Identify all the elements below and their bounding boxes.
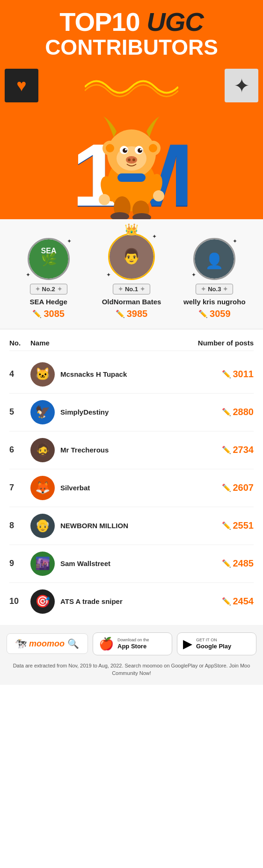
list-row: 5 🦅 SimplyDestiny ✏️ 2880: [9, 394, 254, 431]
star-deco-2-tr: ✦: [67, 238, 72, 244]
row-score-10: ✏️ 2454: [188, 596, 254, 607]
title-top10: TOP10: [59, 7, 139, 36]
svg-text:👤: 👤: [205, 252, 224, 270]
row-name-5: SimplyDestiny: [60, 408, 109, 417]
top3-item-2: 🌿 SEA ✦ ✦ ✦ No.2 ✦ SEA Hedge ✏️ 3085: [9, 238, 88, 319]
googleplay-text: GET IT ON Google Play: [196, 638, 231, 650]
svg-point-3: [106, 144, 114, 152]
avatar-img-1: 👨: [110, 235, 153, 279]
appstore-button[interactable]: 🍎 Download on the App Store: [93, 632, 172, 655]
avatar-wrapper-1: 👑 👨 ✦ ✦: [108, 233, 155, 280]
crown-icon: 👑: [124, 223, 139, 236]
row-info-10: 🎯 ATS A trade sniper: [30, 589, 188, 614]
row-info-9: 🌆 Sam Wallstreet: [30, 552, 188, 576]
googleplay-button[interactable]: ▶ GET IT ON Google Play: [177, 632, 256, 655]
rank-badge-3: ✦ No.3 ✦: [196, 284, 233, 294]
pencil-icon-row-5: ✏️: [222, 408, 231, 416]
row-score-8: ✏️ 2551: [188, 520, 254, 531]
row-info-8: 👴 NEWBORN MILLION: [30, 514, 188, 538]
row-name-7: Silverbat: [60, 483, 90, 493]
top3-item-1: 👑 👨 ✦ ✦ ✦ No.1 ✦ OldNorman Bates ✏️ 3985: [92, 233, 170, 319]
row-avatar-7: 🦊: [30, 476, 55, 500]
star-deco-2-bl: ✦: [26, 272, 30, 278]
svg-point-20: [153, 190, 164, 201]
top3-name-3: welly kris nugroho: [183, 297, 246, 307]
row-avatar-10: 🎯: [30, 589, 55, 614]
list-row: 6 🧔 Mr Trecherous ✏️ 2734: [9, 431, 254, 469]
top3-name-2: SEA Hedge: [30, 297, 67, 307]
google-play-icon: ▶: [183, 637, 192, 651]
banner-section: ♥ ✦ 1M: [0, 65, 263, 219]
list-row: 10 🎯 ATS A trade sniper ✏️ 2454: [9, 583, 254, 620]
contributors-list: 4 🐱 Mcsnacks H Tupack ✏️ 3011 5 🦅 Simply…: [9, 356, 254, 620]
svg-point-14: [128, 158, 131, 161]
pencil-icon-2: ✏️: [32, 309, 42, 318]
row-score-4: ✏️ 3011: [188, 369, 254, 380]
svg-point-5: [149, 144, 157, 152]
list-row: 4 🐱 Mcsnacks H Tupack ✏️ 3011: [9, 356, 254, 394]
star-deco-1-tr: ✦: [152, 233, 157, 240]
svg-text:👨: 👨: [122, 247, 141, 265]
list-row: 8 👴 NEWBORN MILLION ✏️ 2551: [9, 507, 254, 545]
header-section: TOP10 UGC CONTRIBUTORS: [0, 0, 263, 65]
rank-badge-1: ✦ No.1 ✦: [113, 284, 150, 294]
row-avatar-4: 🐱: [30, 362, 55, 387]
header-subtitle: CONTRIBUTORS: [9, 36, 254, 58]
row-rank-8: 8: [9, 521, 30, 531]
wave-svg: [85, 73, 178, 99]
footer-section: 🐄 moomoo 🔍 🍎 Download on the App Store ▶…: [0, 625, 263, 685]
list-row: 7 🦊 Silverbat ✏️ 2607: [9, 469, 254, 507]
top3-section: 🌿 SEA ✦ ✦ ✦ No.2 ✦ SEA Hedge ✏️ 3085 👑: [0, 219, 263, 329]
star-deco-1-bl: ✦: [106, 272, 111, 278]
row-info-4: 🐱 Mcsnacks H Tupack: [30, 362, 188, 387]
svg-point-19: [99, 194, 110, 205]
row-info-6: 🧔 Mr Trecherous: [30, 438, 188, 462]
svg-point-9: [123, 148, 127, 153]
contributors-list-section: No. Name Number of posts 4 🐱 Mcsnacks H …: [0, 329, 263, 625]
sparkle-icon: ✦: [234, 74, 250, 97]
wave-decoration: [38, 72, 225, 100]
pencil-icon-row-6: ✏️: [222, 445, 231, 454]
list-header: No. Name Number of posts: [9, 339, 254, 351]
col-header-name: Name: [30, 339, 188, 347]
svg-point-11: [125, 149, 127, 151]
avatar-wrapper-2: 🌿 SEA ✦ ✦: [28, 238, 70, 280]
title-ugc: UGC: [140, 7, 204, 36]
row-score-6: ✏️ 2734: [188, 445, 254, 455]
row-info-5: 🦅 SimplyDestiny: [30, 400, 188, 424]
row-score-5: ✏️ 2880: [188, 407, 254, 417]
avatar-wrapper-3: 👤 ✦ ✦: [193, 238, 235, 280]
row-info-7: 🦊 Silverbat: [30, 476, 188, 500]
row-name-4: Mcsnacks H Tupack: [60, 370, 127, 379]
col-header-posts: Number of posts: [188, 339, 254, 347]
avatar-img-3: 👤: [195, 239, 234, 279]
row-rank-9: 9: [9, 559, 30, 568]
star-box: ✦: [225, 69, 258, 102]
svg-point-10: [138, 148, 142, 153]
banner-icons-row: ♥ ✦: [0, 65, 263, 102]
row-name-8: NEWBORN MILLION: [60, 521, 128, 531]
svg-point-12: [140, 149, 142, 151]
moomoo-brand-text: moomoo: [29, 639, 65, 649]
row-rank-5: 5: [9, 407, 30, 417]
appstore-text: Download on the App Store: [117, 638, 149, 650]
moomoo-search-icon[interactable]: 🔍: [67, 638, 79, 649]
pencil-icon-row-8: ✏️: [222, 521, 231, 530]
svg-point-15: [132, 158, 135, 161]
header-title: TOP10 UGC: [9, 8, 254, 36]
top3-score-2: ✏️ 3085: [32, 308, 65, 319]
pencil-icon-row-10: ✏️: [222, 597, 231, 606]
googleplay-sub-label: GET IT ON: [196, 638, 231, 643]
heart-icon: ♥: [16, 76, 26, 95]
top3-name-1: OldNorman Bates: [102, 297, 161, 307]
row-avatar-5: 🦅: [30, 400, 55, 424]
mascot: [85, 102, 178, 219]
row-name-10: ATS A trade sniper: [60, 597, 123, 606]
avatar-ring-3: 👤: [193, 238, 235, 280]
row-avatar-6: 🧔: [30, 438, 55, 462]
pencil-icon-row-9: ✏️: [222, 559, 231, 568]
list-row: 9 🌆 Sam Wallstreet ✏️ 2485: [9, 545, 254, 583]
top3-item-3: 👤 ✦ ✦ ✦ No.3 ✦ welly kris nugroho ✏️ 305…: [175, 238, 254, 319]
top3-score-1: ✏️ 3985: [116, 308, 148, 319]
row-rank-4: 4: [9, 369, 30, 379]
